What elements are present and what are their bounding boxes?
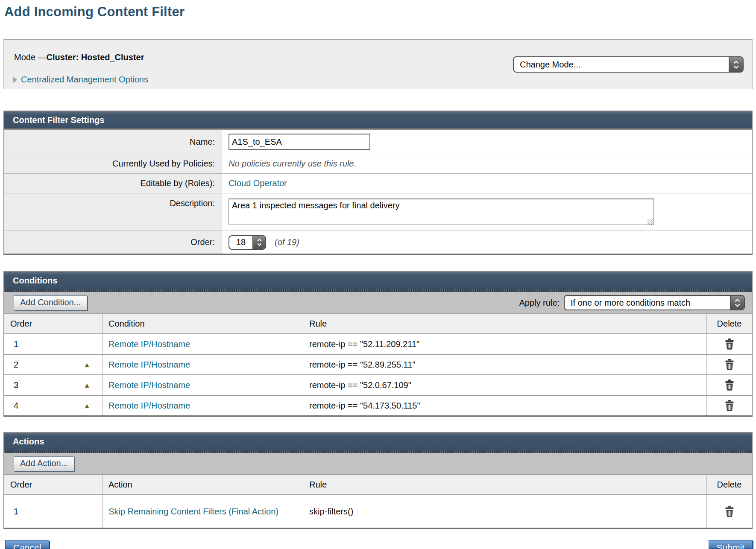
trash-icon — [724, 400, 735, 411]
trash-icon — [724, 359, 735, 370]
textarea-resize-grip-icon[interactable] — [648, 219, 653, 225]
condition-rule-text: remote-ip == "52.0.67.109" — [303, 375, 707, 395]
add-action-button[interactable]: Add Action... — [14, 456, 74, 471]
move-up-arrow-icon[interactable]: ▲ — [84, 362, 90, 368]
action-rule-text: skip-filters() — [303, 495, 707, 528]
description-textarea[interactable]: Area 1 inspected messages for final deli… — [229, 199, 654, 225]
condition-order-number: 3 — [14, 380, 18, 390]
submit-button[interactable]: Submit — [709, 540, 753, 549]
column-header-delete: Delete — [707, 475, 752, 494]
condition-row: 3 ▲ Remote IP/Hostname remote-ip == "52.… — [4, 374, 752, 395]
apply-rule-group: Apply rule: If one or more conditions ma… — [519, 295, 745, 310]
select-spinner-icon — [252, 236, 265, 249]
dotted-divider — [4, 289, 752, 292]
actions-title: Actions — [13, 437, 44, 447]
condition-row: 4 ▲ Remote IP/Hostname remote-ip == "54.… — [4, 395, 752, 415]
editable-roles-label: Editable by (Roles): — [4, 174, 222, 193]
condition-order-number: 1 — [14, 339, 18, 349]
centralized-management-options-link[interactable]: Centralized Management Options — [13, 75, 148, 85]
apply-rule-selected-value: If one or more conditions match — [565, 296, 730, 310]
select-spinner-icon — [730, 296, 744, 310]
policies-row: Currently Used by Policies: No policies … — [4, 154, 752, 173]
condition-link[interactable]: Remote IP/Hostname — [108, 380, 190, 390]
policies-value: No policies currently use this rule. — [229, 159, 356, 169]
column-header-action: Action — [103, 475, 303, 494]
conditions-title: Conditions — [13, 276, 57, 286]
trash-icon — [724, 339, 735, 350]
action-order-number: 1 — [14, 507, 18, 517]
centralized-management-options-label: Centralized Management Options — [21, 75, 148, 85]
condition-order-number: 2 — [14, 360, 18, 370]
condition-rule-text: remote-ip == "52.11.209.211" — [303, 334, 707, 354]
conditions-header: Conditions — [4, 272, 752, 289]
move-up-arrow-icon[interactable]: ▲ — [84, 403, 90, 409]
delete-row-button[interactable] — [724, 505, 735, 518]
condition-link[interactable]: Remote IP/Hostname — [108, 339, 190, 349]
order-row: Order: 18 (of 19) — [4, 231, 752, 254]
content-filter-settings-header: Content Filter Settings — [4, 111, 752, 128]
add-condition-button[interactable]: Add Condition... — [14, 295, 87, 310]
mode-value: Cluster: Hosted_Cluster — [47, 53, 144, 62]
conditions-table-header: Order Condition Rule Delete — [4, 313, 752, 333]
name-row: Name: — [4, 130, 752, 154]
policies-label: Currently Used by Policies: — [4, 154, 222, 173]
content-filter-settings-title: Content Filter Settings — [13, 115, 104, 125]
move-up-arrow-icon[interactable]: ▲ — [84, 382, 90, 388]
description-label: Description: — [4, 193, 222, 231]
actions-toolbar: Add Action... — [4, 453, 752, 474]
order-select[interactable]: 18 — [229, 235, 266, 250]
select-spinner-icon — [729, 57, 743, 72]
condition-link[interactable]: Remote IP/Hostname — [108, 401, 190, 411]
delete-row-button[interactable] — [724, 358, 735, 371]
delete-row-button[interactable] — [724, 379, 735, 391]
cancel-button[interactable]: Cancel — [5, 540, 49, 549]
condition-rule-text: remote-ip == "54.173.50.115" — [303, 396, 707, 415]
description-row: Description: Area 1 inspected messages f… — [4, 193, 752, 231]
name-input[interactable] — [229, 134, 370, 150]
editable-roles-row: Editable by (Roles): Cloud Operator — [4, 173, 752, 193]
settings-rows: Name: Currently Used by Policies: No pol… — [4, 128, 752, 254]
conditions-panel: Conditions Add Condition... Apply rule: … — [3, 271, 753, 417]
mode-label: Mode — — [14, 53, 47, 62]
content-filter-settings-panel: Content Filter Settings Name: Currently … — [3, 111, 753, 255]
column-header-delete: Delete — [707, 314, 752, 333]
change-mode-select[interactable]: Change Mode... — [513, 56, 744, 73]
column-header-rule: Rule — [303, 475, 707, 494]
actions-panel: Actions Add Action... Order Action Rule … — [3, 432, 753, 529]
cloud-operator-link[interactable]: Cloud Operator — [229, 178, 287, 188]
page-title: Add Incoming Content Filter — [4, 4, 756, 20]
delete-row-button[interactable] — [724, 338, 735, 350]
conditions-toolbar: Add Condition... Apply rule: If one or m… — [4, 292, 752, 313]
order-of-note: (of 19) — [275, 237, 299, 247]
column-header-condition: Condition — [103, 314, 303, 333]
action-row: 1 Skip Remaining Content Filters (Final … — [4, 494, 752, 528]
action-link[interactable]: Skip Remaining Content Filters (Final Ac… — [108, 507, 278, 517]
trash-icon — [724, 506, 735, 517]
trash-icon — [724, 380, 735, 391]
name-label: Name: — [4, 130, 222, 154]
column-header-order: Order — [4, 475, 103, 494]
condition-row: 2 ▲ Remote IP/Hostname remote-ip == "52.… — [4, 354, 752, 374]
footer-actions: Cancel Submit — [3, 540, 753, 549]
condition-rule-text: remote-ip == "52.89.255.11" — [303, 355, 707, 374]
condition-order-number: 4 — [14, 401, 18, 411]
add-incoming-content-filter-page: Add Incoming Content Filter Mode —Cluste… — [0, 4, 756, 549]
apply-rule-label: Apply rule: — [519, 298, 560, 308]
dotted-divider — [4, 450, 752, 453]
apply-rule-select[interactable]: If one or more conditions match — [564, 295, 745, 310]
column-header-order: Order — [4, 314, 103, 333]
delete-row-button[interactable] — [724, 399, 735, 412]
column-header-rule: Rule — [303, 314, 707, 333]
condition-row: 1 Remote IP/Hostname remote-ip == "52.11… — [4, 333, 752, 354]
expand-triangle-icon — [13, 77, 17, 83]
condition-link[interactable]: Remote IP/Hostname — [108, 360, 190, 370]
order-selected-value: 18 — [229, 236, 252, 249]
mode-line: Mode —Cluster: Hosted_Cluster — [14, 53, 144, 62]
change-mode-selected-value: Change Mode... — [514, 57, 729, 72]
actions-header: Actions — [4, 433, 752, 450]
actions-table-header: Order Action Rule Delete — [4, 474, 752, 494]
mode-panel: Mode —Cluster: Hosted_Cluster Centralize… — [3, 39, 753, 89]
order-label: Order: — [4, 231, 222, 254]
